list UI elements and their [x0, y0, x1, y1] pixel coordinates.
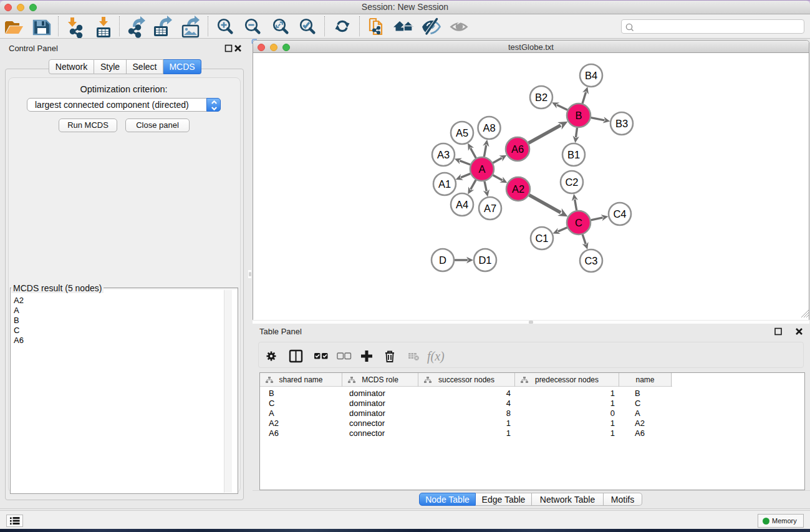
- svg-text:A5: A5: [456, 127, 468, 138]
- svg-text:C4: C4: [613, 208, 626, 220]
- svg-text:C1: C1: [535, 233, 548, 244]
- svg-text:A7: A7: [484, 203, 496, 214]
- svg-text:D1: D1: [478, 254, 491, 266]
- svg-text:A1: A1: [438, 178, 451, 190]
- svg-text:B2: B2: [535, 92, 547, 103]
- svg-text:C2: C2: [565, 177, 578, 188]
- svg-text:A6: A6: [511, 143, 524, 155]
- svg-text:D: D: [439, 254, 446, 266]
- svg-text:B: B: [575, 110, 582, 121]
- svg-text:B1: B1: [567, 149, 580, 160]
- svg-text:C3: C3: [584, 255, 597, 266]
- svg-text:A: A: [478, 163, 485, 175]
- svg-text:C: C: [575, 217, 582, 228]
- svg-text:B3: B3: [615, 118, 628, 129]
- svg-text:A4: A4: [456, 199, 468, 210]
- svg-text:B4: B4: [585, 70, 597, 81]
- svg-text:A3: A3: [437, 149, 450, 160]
- svg-text:f(x): f(x): [427, 349, 445, 364]
- svg-text:A8: A8: [483, 122, 495, 133]
- svg-text:A2: A2: [512, 183, 524, 195]
